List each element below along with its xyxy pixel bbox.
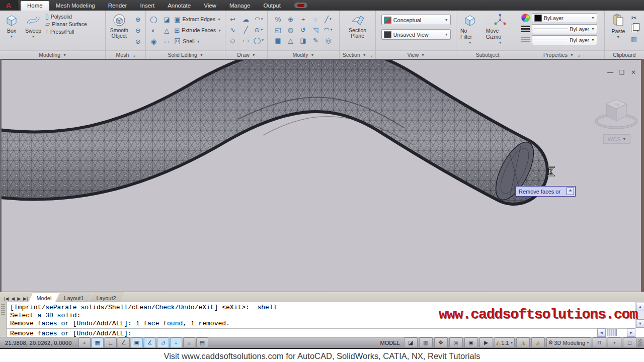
3d-align-icon[interactable]: △ <box>285 35 296 45</box>
annotation-visibility-button[interactable]: ◮ <box>516 337 530 348</box>
show-motion-button[interactable]: ▶ <box>479 337 493 348</box>
section-dialog-launcher-icon[interactable]: ⌟ <box>371 53 373 57</box>
scale-icon[interactable]: ◹ <box>310 25 321 35</box>
tooltip-more-icon[interactable]: ≜ <box>567 188 574 195</box>
polygon-icon[interactable]: ◇ <box>227 35 238 45</box>
rotate-icon[interactable]: ↺ <box>297 25 308 35</box>
ribbon-tab-mesh-modeling[interactable]: Mesh Modeling <box>49 1 102 11</box>
extrude-faces-button[interactable]: ⊞ Extrude Faces ▼ <box>174 25 221 35</box>
visual-style-dropdown-icon[interactable]: ▼ <box>445 18 448 22</box>
panel-label-subobject[interactable]: Subobject <box>456 50 519 59</box>
offset-icon[interactable]: ◎ <box>323 35 334 45</box>
union-icon[interactable]: ◯ <box>148 14 159 24</box>
window-close-icon[interactable]: ✕ <box>630 69 637 76</box>
rectangle-icon[interactable]: ▭ <box>240 35 252 45</box>
command-window[interactable]: [Imprint/seParate solids/Shell/cLean/Che… <box>0 302 644 337</box>
layout-nav-icon-1[interactable]: ◀ <box>10 296 16 302</box>
steering-wheel-button[interactable]: ◉ <box>464 337 478 348</box>
object-color-dropdown[interactable]: ByLayer ▼ <box>532 13 597 23</box>
arc-icon-dropdown[interactable]: ▼ <box>261 18 264 21</box>
shell-button[interactable]: 回 Shell ▼ <box>174 36 221 46</box>
array-icon[interactable]: ▦ <box>272 35 283 45</box>
named-view-dropdown-icon[interactable]: ▼ <box>445 33 448 36</box>
color-wheel-icon[interactable] <box>521 14 530 22</box>
intersect-icon[interactable]: ◉ <box>148 36 159 46</box>
box-dropdown-icon[interactable]: ▼ <box>10 35 14 38</box>
ortho-toggle[interactable]: ∟ <box>105 337 117 348</box>
ribbon-tab-view[interactable]: View <box>197 1 223 11</box>
panel-label-view[interactable]: View ▼ <box>376 50 456 59</box>
workspace-switcher[interactable]: ⚙ 3D Modeling ▼ <box>546 337 591 348</box>
toolbar-lock-button[interactable]: ⊓ <box>593 337 606 348</box>
no-filter-button[interactable]: No Filter ▼ <box>458 12 482 46</box>
panel-label-properties[interactable]: Properties ▼ ⌟ <box>519 50 604 59</box>
object-color-dropdown-icon[interactable]: ▼ <box>591 16 595 20</box>
3d-mirror-icon[interactable]: ◍ <box>285 25 296 35</box>
3d-move-icon[interactable]: + <box>297 14 308 24</box>
zoom-button[interactable]: ◎ <box>449 337 463 348</box>
snap-toggle[interactable]: ▫ <box>78 337 91 348</box>
layout-nav-icon-3[interactable]: ▶| <box>22 296 29 302</box>
no-filter-dropdown-icon[interactable]: ▼ <box>468 41 472 44</box>
pan-button[interactable]: ✥ <box>434 337 448 348</box>
model-space-button[interactable]: MODEL <box>378 339 403 347</box>
interfere-icon[interactable]: △ <box>161 25 172 35</box>
lineweight-dropdown[interactable]: ByLayer ▼ <box>532 24 597 34</box>
scroll-right-icon[interactable]: ▶ <box>627 328 635 337</box>
window-minimize-icon[interactable]: — <box>607 69 614 76</box>
move-gizmo-button[interactable]: Move Gizmo ▼ <box>484 12 517 46</box>
auto-annotation-button[interactable]: ◭ <box>531 337 545 348</box>
break-icon[interactable]: ╱▼ <box>323 14 334 24</box>
ribbon-tab-output[interactable]: Output <box>257 1 287 11</box>
layout-tab-layout1[interactable]: Layout1 <box>56 293 92 303</box>
stretch-icon[interactable]: ◨ <box>297 35 308 45</box>
panel-label-clipboard[interactable]: Clipboard <box>605 50 644 59</box>
status-overflow-button[interactable]: ▼ <box>608 337 621 348</box>
interfere-check-icon[interactable]: ◌ <box>310 14 321 24</box>
lineweight-dropdown-icon[interactable]: ▼ <box>591 27 595 31</box>
polysolid-button[interactable]: ▯ Polysolid <box>45 14 87 20</box>
fillet-icon[interactable]: ◠▼ <box>323 25 334 35</box>
scrollbar-thumb[interactable] <box>607 329 617 336</box>
panel-label-modeling[interactable]: Modeling ▼ <box>0 50 105 59</box>
visual-style-dropdown[interactable]: Conceptual ▼ <box>381 15 451 25</box>
3d-rotate-icon[interactable]: ⊕ <box>285 14 296 24</box>
ducs-toggle[interactable]: ⊿ <box>157 337 169 348</box>
linetype-dropdown[interactable]: ByLayer ▼ <box>532 35 597 45</box>
extract-edges-dropdown-icon[interactable]: ▼ <box>217 18 221 21</box>
ribbon-minimize-button[interactable] <box>294 3 307 8</box>
clean-screen-button[interactable]: □ <box>623 337 636 348</box>
polyline-icon[interactable]: ↩ <box>227 14 238 24</box>
sweep-button[interactable]: Sweep ▼ <box>23 12 43 40</box>
window-restore-icon[interactable]: ❏ <box>618 69 625 76</box>
circle-icon[interactable]: ⊙▼ <box>254 25 265 35</box>
ribbon-tab-annotate[interactable]: Annotate <box>161 1 197 11</box>
linetype-dropdown-icon[interactable]: ▼ <box>591 38 595 42</box>
panel-label-section[interactable]: Section ▼ ⌟ <box>340 50 375 59</box>
grid-toggle[interactable]: ▦ <box>92 337 104 348</box>
command-window-grip[interactable] <box>0 302 7 337</box>
paste-dropdown-icon[interactable]: ▼ <box>616 35 620 39</box>
ribbon-tab-insert[interactable]: Insert <box>133 1 161 11</box>
linetype-icon[interactable] <box>521 37 530 43</box>
panel-label-modify[interactable]: Modify ▼ <box>268 50 339 59</box>
break-icon-dropdown[interactable]: ▼ <box>329 18 332 21</box>
cut-button[interactable]: ✂ <box>629 13 639 23</box>
dyn-toggle[interactable]: + <box>170 337 182 348</box>
section-plane-button[interactable]: Section Plane <box>342 12 373 40</box>
ribbon-tab-render[interactable]: Render <box>102 1 134 11</box>
extrude-faces-dropdown-icon[interactable]: ▼ <box>218 29 221 32</box>
layout-nav-icon-2[interactable]: ▶ <box>16 296 22 302</box>
lwt-toggle[interactable]: ≡ <box>183 337 195 348</box>
refine-mesh-icon[interactable]: ⊘ <box>132 36 143 46</box>
osnap-toggle[interactable]: ▣ <box>131 337 143 348</box>
layout-nav-icon-0[interactable]: |◀ <box>3 296 10 302</box>
smooth-more-icon[interactable]: ⊕ <box>132 14 143 24</box>
viewcube[interactable]: TOP <box>596 100 636 128</box>
panel-label-draw[interactable]: Draw ▼ <box>225 50 267 59</box>
lineweight-icon[interactable] <box>521 26 530 32</box>
sweep-dropdown-icon[interactable]: ▼ <box>32 35 35 38</box>
extract-edges-button[interactable]: ▣ Extract Edges ▼ <box>174 14 221 24</box>
paste-button[interactable]: Paste ▼ <box>609 12 627 40</box>
press-pull-button[interactable]: ↑ Press/Pull <box>45 29 87 35</box>
